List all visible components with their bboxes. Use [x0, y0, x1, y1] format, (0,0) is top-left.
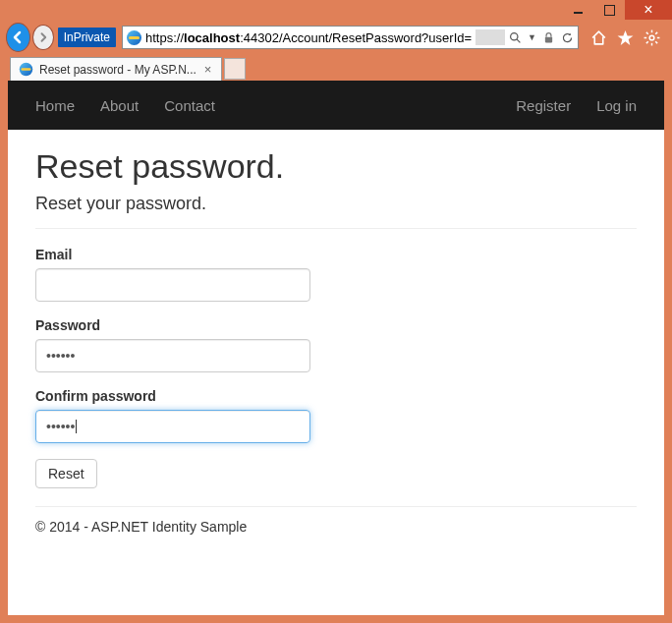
- confirm-password-label: Confirm password: [35, 388, 637, 404]
- confirm-password-field[interactable]: ••••••: [35, 410, 310, 443]
- browser-tab[interactable]: Reset password - My ASP.N... ×: [10, 57, 222, 81]
- svg-point-0: [511, 32, 518, 39]
- page-content: Home About Contact Register Log in Reset…: [8, 81, 664, 615]
- reset-button[interactable]: Reset: [35, 459, 97, 488]
- search-dropdown-icon[interactable]: ▼: [528, 32, 536, 42]
- nav-contact[interactable]: Contact: [164, 97, 215, 114]
- svg-line-8: [646, 31, 648, 33]
- search-icon[interactable]: [509, 31, 522, 44]
- window-titlebar: ×: [0, 0, 672, 22]
- tab-strip: Reset password - My ASP.N... ×: [0, 53, 672, 81]
- close-button[interactable]: ×: [625, 0, 672, 20]
- password-field[interactable]: ••••••: [35, 339, 310, 372]
- svg-line-9: [655, 41, 657, 43]
- svg-line-1: [517, 39, 520, 42]
- email-field[interactable]: [35, 268, 310, 302]
- svg-line-11: [655, 31, 657, 33]
- url-param-masked: [476, 29, 505, 45]
- nav-home[interactable]: Home: [35, 97, 75, 114]
- maximize-button[interactable]: [593, 0, 625, 20]
- minimize-button[interactable]: [562, 0, 593, 20]
- password-label: Password: [35, 317, 637, 333]
- nav-about[interactable]: About: [100, 97, 139, 114]
- back-button[interactable]: [6, 23, 30, 52]
- page-title: Reset password.: [35, 147, 637, 186]
- forward-button[interactable]: [32, 25, 54, 50]
- ie-icon: [20, 63, 33, 77]
- url-text: https://localhost:44302/Account/ResetPas…: [145, 30, 472, 45]
- text-caret: [76, 420, 77, 433]
- page-subtitle: Reset your password.: [35, 194, 637, 214]
- refresh-icon[interactable]: [561, 31, 574, 44]
- tab-title: Reset password - My ASP.N...: [39, 63, 196, 77]
- confirm-password-value: ••••••: [46, 419, 75, 434]
- ie-icon: [127, 30, 141, 45]
- nav-register[interactable]: Register: [516, 97, 571, 114]
- home-icon[interactable]: [590, 29, 607, 46]
- svg-point-3: [649, 35, 654, 40]
- nav-login[interactable]: Log in: [596, 97, 637, 114]
- email-label: Email: [35, 247, 637, 262]
- site-navbar: Home About Contact Register Log in: [8, 81, 664, 130]
- footer-text: © 2014 - ASP.NET Identity Sample: [35, 519, 637, 535]
- address-bar[interactable]: https://localhost:44302/Account/ResetPas…: [122, 26, 579, 49]
- svg-line-10: [646, 41, 648, 43]
- browser-toolbar: InPrivate https://localhost:44302/Accoun…: [0, 22, 672, 53]
- password-value: ••••••: [46, 348, 75, 364]
- tab-close-icon[interactable]: ×: [202, 62, 214, 77]
- inprivate-badge: InPrivate: [58, 28, 116, 47]
- new-tab-button[interactable]: [224, 58, 246, 80]
- svg-rect-2: [545, 36, 552, 42]
- tools-icon[interactable]: [644, 29, 660, 46]
- favorites-icon[interactable]: [617, 29, 634, 46]
- lock-icon: [542, 31, 555, 44]
